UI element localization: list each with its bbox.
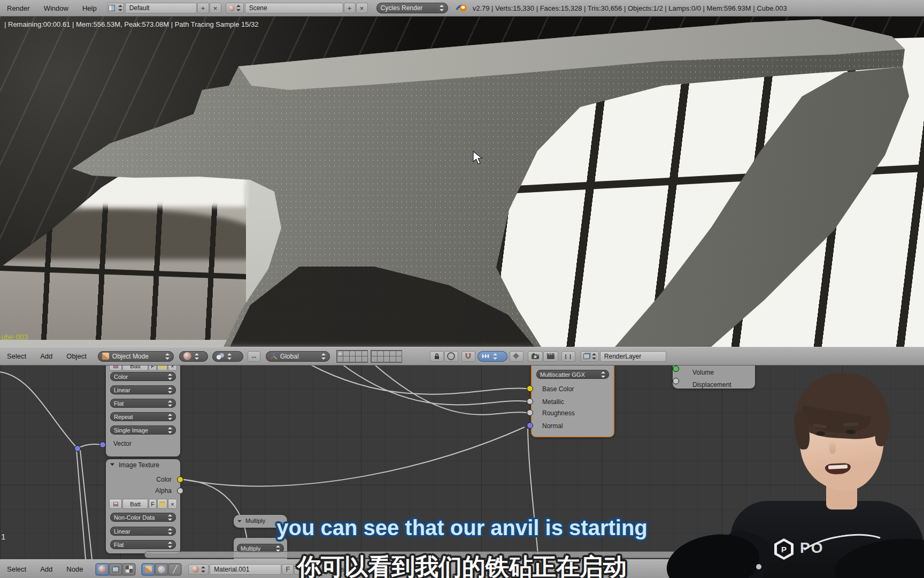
menu-help[interactable]: Help — [75, 4, 104, 12]
snap-increment-icon — [482, 353, 490, 360]
image-texture-node-top[interactable]: Batt F × Color Linear Flat Repeat Single… — [106, 364, 180, 457]
vector-input-label: Vector — [113, 440, 132, 447]
pivot-point-select[interactable] — [212, 351, 243, 362]
color-output-label: Color — [156, 476, 172, 483]
updown-arrows-icon — [321, 353, 326, 360]
roughness-input-socket[interactable] — [527, 409, 533, 416]
render-status-text: | Remaining:00:00.61 | Mem:556.53M, Peak… — [4, 20, 259, 28]
updown-arrows-icon — [195, 353, 199, 360]
extension-select[interactable]: Repeat — [110, 412, 176, 421]
blender-logo-icon — [456, 4, 467, 12]
image-name-field[interactable]: Batt — [122, 499, 148, 509]
proportional-edit-button[interactable] — [444, 351, 458, 362]
menu-render[interactable]: Render — [0, 4, 37, 12]
shading-sphere-icon — [183, 352, 191, 360]
object-mode-icon — [102, 353, 109, 360]
updown-arrows-icon — [440, 5, 444, 11]
unlink-image-button[interactable]: × — [168, 499, 177, 509]
layer-grid-1[interactable] — [336, 350, 368, 363]
render-engine-select[interactable]: Cycles Render — [376, 3, 448, 13]
material-output-node[interactable]: Volume Displacement — [673, 364, 755, 389]
menu-add[interactable]: Add — [33, 352, 59, 360]
folder-icon — [159, 501, 165, 507]
image-selector-row: Batt F × — [109, 499, 177, 509]
screen-layout-field[interactable]: Default — [125, 3, 197, 13]
open-image-button[interactable] — [157, 499, 167, 509]
metallic-input-label: Metallic — [542, 398, 564, 406]
scene-name-field[interactable]: Scene — [245, 3, 343, 13]
scene-browse-button[interactable] — [226, 3, 244, 13]
render-layers-icon — [583, 354, 590, 359]
collapse-triangle-icon[interactable] — [110, 463, 114, 466]
opengl-render-image-button[interactable] — [528, 351, 543, 362]
active-layer-dot — [339, 353, 341, 355]
add-scene-button[interactable]: + — [344, 3, 356, 13]
opengl-render-animation-button[interactable] — [543, 351, 558, 362]
snap-toggle-button[interactable] — [461, 351, 475, 362]
subtitle-chinese: 你可以看到我们的铁砧正在启动 — [0, 551, 924, 578]
volume-input-label: Volume — [692, 369, 714, 376]
lock-to-scene-button[interactable] — [430, 351, 444, 362]
mode-select[interactable]: Object Mode — [98, 351, 174, 362]
reroute-socket[interactable] — [74, 445, 81, 452]
image-icon — [113, 502, 118, 506]
color-output-socket[interactable] — [177, 476, 183, 483]
node-title: Image Texture — [119, 461, 159, 469]
metallic-input-socket[interactable] — [527, 398, 533, 405]
editor-type-button[interactable] — [107, 3, 124, 13]
menu-window[interactable]: Window — [37, 4, 75, 12]
vector-input-socket[interactable] — [99, 442, 106, 448]
alpha-output-socket[interactable] — [177, 488, 183, 494]
interpolation-select[interactable]: Linear — [110, 385, 176, 394]
transform-orientation-select[interactable]: Global — [266, 351, 330, 362]
delete-scene-button[interactable]: × — [356, 3, 368, 13]
color-space-select[interactable]: Color — [110, 372, 176, 381]
image-browse-button[interactable] — [109, 499, 122, 509]
add-layout-button[interactable]: + — [197, 3, 209, 13]
menu-select[interactable]: Select — [0, 352, 33, 360]
base-color-input-socket[interactable] — [527, 385, 533, 392]
snap-target-icon — [513, 353, 520, 360]
updown-arrows-icon — [165, 353, 170, 360]
render-layer-browse-button[interactable] — [581, 351, 599, 362]
layer-grid-2[interactable] — [371, 350, 402, 363]
lock-icon — [434, 353, 440, 360]
principled-bsdf-node[interactable]: Multiscatter GGX Base Color Metallic Rou… — [531, 364, 614, 437]
snap-element-select[interactable] — [478, 351, 507, 362]
camera-icon — [531, 353, 540, 360]
magnet-icon — [465, 353, 472, 360]
mode-label: Object Mode — [112, 353, 149, 360]
displacement-input-label: Displacement — [692, 381, 732, 389]
base-color-input-label: Base Color — [542, 385, 574, 393]
distribution-select[interactable]: Multiscatter GGX — [536, 370, 609, 379]
axis-icon — [270, 353, 278, 360]
displacement-input-socket[interactable] — [673, 378, 679, 384]
viewport-shading-select[interactable] — [179, 351, 208, 362]
render-layer-field[interactable]: RenderLayer — [600, 351, 666, 362]
pause-render-button[interactable]: ❙❙ — [561, 351, 575, 362]
updown-arrows-icon — [227, 353, 232, 360]
source-select[interactable]: Single Image — [110, 425, 176, 435]
delete-layout-button[interactable]: × — [210, 3, 221, 13]
blender-window: Render Window Help Default + × Scene + ×… — [0, 0, 924, 578]
projection-select[interactable]: Flat — [110, 399, 176, 408]
normal-input-label: Normal — [542, 422, 563, 430]
info-bar: Render Window Help Default + × Scene + ×… — [0, 0, 924, 17]
clapperboard-icon — [546, 353, 555, 360]
updown-arrows-icon — [592, 353, 596, 360]
manipulator-toggle[interactable]: ↔ — [248, 351, 260, 362]
viewport-header: Select Add Object Object Mode ↔ Global — [0, 347, 924, 366]
render-viewport[interactable]: | Remaining:00:00.61 | Mem:556.53M, Peak… — [0, 16, 924, 347]
normal-input-socket[interactable] — [527, 422, 533, 429]
volume-input-socket[interactable] — [673, 366, 679, 372]
mouse-cursor — [473, 151, 484, 165]
pivot-icon — [217, 353, 224, 360]
snap-target-button[interactable] — [510, 351, 523, 362]
alpha-output-label: Alpha — [155, 487, 172, 495]
screen-layout-icon — [109, 5, 115, 11]
engine-label: Cycles Render — [381, 4, 423, 12]
fake-user-button[interactable]: F — [149, 499, 157, 509]
circle-icon — [447, 352, 455, 360]
menu-object[interactable]: Object — [59, 352, 94, 360]
projection-select[interactable]: Flat — [110, 540, 176, 549]
